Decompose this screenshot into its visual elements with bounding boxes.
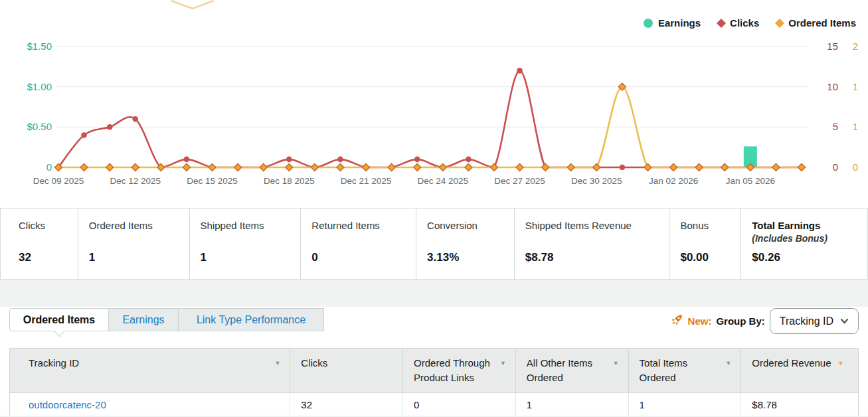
clicks-axis-tick: 5 [833, 121, 838, 132]
column-header-total-items-ordered[interactable]: Total Items▼Ordered [629, 349, 742, 392]
summary-stats-bar: Clicks32Ordered Items1Shipped Items1Retu… [0, 208, 868, 280]
legend-diamond-marker [775, 18, 784, 27]
report-controls-row: Ordered ItemsEarningsLink Type Performan… [9, 308, 859, 334]
clicks-point [132, 116, 138, 122]
column-header-ordered-revenue[interactable]: Ordered Revenue▼ [741, 349, 858, 392]
stat-value: $8.78 [525, 251, 659, 264]
column-label: Ordered Revenue [752, 356, 831, 371]
column-header-ordered-through-product-links[interactable]: Ordered Through▼Product Links [403, 349, 516, 392]
stat-value: $0.00 [680, 251, 730, 264]
clicks-point [466, 157, 472, 163]
tab-link-type-performance[interactable]: Link Type Performance [178, 308, 324, 331]
earnings-axis-tick: $1.50 [27, 41, 52, 52]
column-label: All Other Items [527, 356, 592, 371]
stat-sublabel: (Includes Bonus) [752, 232, 857, 244]
tab-earnings[interactable]: Earnings [108, 308, 179, 331]
cell-ordered-through-product-links: 0 [403, 393, 516, 417]
clicks-point [620, 165, 626, 171]
sort-icon: ▼ [500, 356, 506, 371]
stat-value: 0 [311, 251, 405, 264]
x-axis-tick: Dec 18 2025 [264, 176, 315, 186]
ordered-items-point [721, 164, 729, 171]
column-header-tracking-id[interactable]: Tracking ID▼ [10, 349, 290, 392]
stat-label: Shipped Items Revenue [525, 219, 659, 232]
associates-reports-page: $1.50152$1.00101$0.5051000Dec 09 2025Dec… [0, 0, 868, 417]
clicks-point [81, 132, 87, 138]
x-axis-tick: Dec 15 2025 [187, 176, 238, 186]
clicks-axis-tick: 10 [827, 81, 838, 92]
ordered-items-point [567, 164, 574, 171]
group-by-label: Group By: [716, 315, 764, 327]
cell-total-items-ordered: 1 [629, 393, 742, 417]
ordered-items-point [388, 164, 395, 171]
clicks-axis-tick: 0 [833, 161, 838, 173]
ordered-axis-tick: 2 [853, 41, 858, 52]
legend-label: Clicks [730, 17, 759, 29]
column-label-line2: Ordered [527, 371, 619, 385]
stat-label: Conversion [427, 219, 503, 232]
column-label: Tracking ID [29, 356, 79, 371]
legend-item-clicks[interactable]: Clicks [718, 17, 759, 29]
x-axis-tick: Dec 21 2025 [341, 176, 392, 186]
performance-chart: $1.50152$1.00101$0.5051000Dec 09 2025Dec… [0, 0, 868, 199]
ordered-items-point [542, 164, 549, 171]
stat-value: 1 [89, 251, 179, 264]
stat-label: Clicks [19, 219, 67, 232]
column-label: Clicks [301, 356, 327, 371]
group-by-control: New: Group By: Tracking ID [671, 308, 859, 334]
ordered-items-point [209, 164, 216, 171]
ordered-items-point [80, 164, 88, 171]
legend-label: Earnings [658, 17, 701, 29]
group-by-dropdown[interactable]: Tracking ID [770, 308, 859, 334]
sort-icon: ▼ [274, 356, 280, 371]
ordered-axis-tick: 1 [853, 81, 858, 92]
stat-conversion: Conversion3.13% [416, 208, 515, 279]
table-header-row: Tracking ID▼ClicksOrdered Through▼Produc… [10, 349, 858, 393]
column-label: Total Items [640, 356, 688, 371]
column-header-all-other-items-ordered[interactable]: All Other Items▼Ordered [516, 349, 629, 392]
column-label: Ordered Through [414, 356, 490, 371]
ordered-items-point [670, 164, 677, 171]
clicks-point [107, 124, 113, 130]
stat-label: Ordered Items [89, 219, 179, 232]
tracking-id-report-table: Tracking ID▼ClicksOrdered Through▼Produc… [9, 348, 859, 417]
cell-clicks: 32 [290, 393, 403, 417]
clicks-point [184, 157, 190, 163]
clicks-point [286, 157, 292, 163]
legend-item-ordered-items[interactable]: Ordered Items [776, 17, 856, 29]
ordered-items-point [260, 164, 267, 171]
ordered-items-point [131, 164, 139, 171]
stat-label: Returned Items [311, 219, 405, 232]
sort-icon: ▼ [613, 356, 619, 371]
clicks-line [58, 70, 802, 167]
tracking-id-link[interactable]: outdoorcatenc-20 [29, 399, 106, 410]
x-axis-tick: Dec 12 2025 [110, 176, 161, 186]
group-by-dropdown-value: Tracking ID [780, 315, 833, 327]
cell-all-other-items-ordered: 1 [516, 393, 629, 417]
stat-returned-items: Returned Items0 [301, 208, 416, 279]
earnings-axis-tick: $0.50 [27, 121, 52, 132]
legend-item-earnings[interactable]: Earnings [644, 17, 701, 29]
stat-value: 1 [201, 251, 290, 264]
section-divider-band [0, 280, 868, 307]
x-axis-tick: Dec 30 2025 [571, 176, 622, 186]
sort-icon: ▼ [838, 356, 844, 371]
ordered-items-point [798, 164, 806, 171]
x-axis-tick: Dec 24 2025 [418, 176, 469, 186]
stat-clicks: Clicks32 [1, 208, 78, 279]
column-label-line2: Product Links [414, 371, 506, 385]
ordered-items-point [183, 164, 190, 171]
stat-label: Bonus [680, 219, 730, 232]
clicks-point [517, 68, 523, 74]
cell-tracking-id: outdoorcatenc-20 [10, 393, 290, 417]
legend-label: Ordered Items [788, 17, 856, 29]
ordered-items-point [644, 164, 651, 171]
cell-ordered-revenue: $8.78 [741, 393, 858, 417]
table-row: outdoorcatenc-2032011$8.78 [10, 393, 858, 417]
ordered-items-point [772, 164, 780, 171]
ordered-items-point [593, 164, 600, 171]
legend-diamond-marker [717, 18, 726, 27]
stat-value: 32 [19, 251, 67, 264]
stat-ordered-items: Ordered Items1 [78, 208, 190, 279]
earnings-axis-tick: $1.00 [27, 81, 52, 92]
